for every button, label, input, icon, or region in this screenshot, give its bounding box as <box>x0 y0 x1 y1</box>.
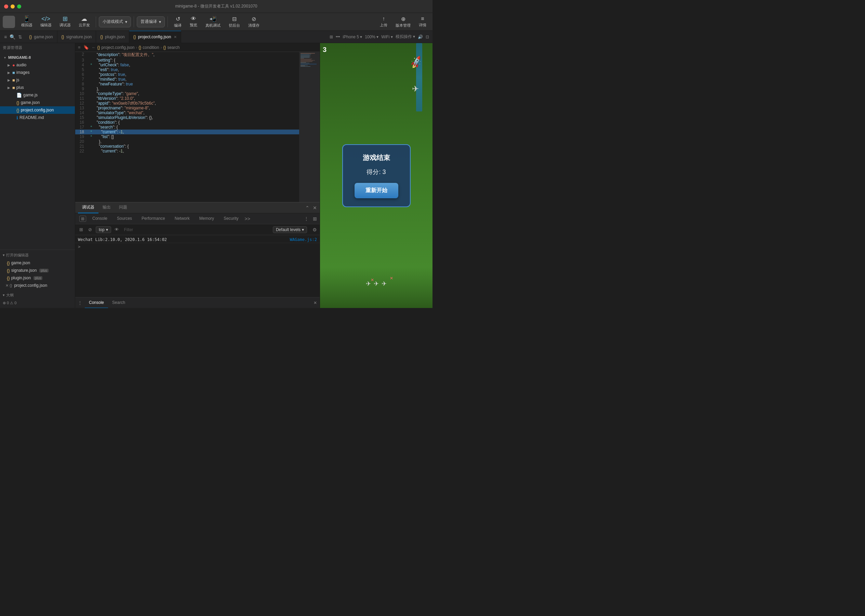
dropdown-arrow: ▾ <box>159 19 161 24</box>
editor-button[interactable]: </> 编辑器 <box>37 14 55 29</box>
tree-item-game-js[interactable]: 📄 game.js <box>0 91 75 99</box>
tree-project-root[interactable]: ▾ MINIGAME-8 <box>0 53 75 61</box>
bc-condition[interactable]: condition <box>143 45 159 50</box>
upload-icon: ↑ <box>382 16 385 22</box>
upload-button[interactable]: ↑ 上传 <box>376 15 391 29</box>
open-editor-project-config[interactable]: ✕ {} project.config.json <box>0 282 75 289</box>
inner-tab-network[interactable]: Network <box>170 213 195 224</box>
search-icon[interactable]: 🔍 <box>9 34 16 40</box>
compile-icon: ↺ <box>176 16 180 22</box>
clear-button[interactable]: ⊘ 清缓存 <box>245 15 263 29</box>
console-prompt-line: > <box>75 243 320 251</box>
restart-button[interactable]: 重新开始 <box>355 183 398 198</box>
debugger-button[interactable]: ⊞ 调试器 <box>56 14 74 29</box>
tree-item-plus[interactable]: ▶ ■ plus <box>0 84 75 91</box>
folder-icon: ● <box>12 63 15 68</box>
realtest-button[interactable]: 📲 真机调试 <box>202 15 224 29</box>
tree-item-readme[interactable]: ℹ README.md <box>0 114 75 121</box>
bottom-tab-console[interactable]: Console <box>85 297 108 308</box>
tab-label: plugin.json <box>105 35 124 39</box>
window-title: minigame-8 - 微信开发者工具 v1.02.2001070 <box>175 3 257 9</box>
sep1 <box>96 16 96 27</box>
outline-title[interactable]: ▾ 大纲 <box>0 291 75 299</box>
tab-project-config[interactable]: {} project.config.json ✕ <box>129 31 182 43</box>
code-editor-container: 2 "description": "项目配置文件。", 3 "setting":… <box>75 52 320 202</box>
tab-json-icon: {} <box>29 35 32 39</box>
preview-button[interactable]: 👁 预览 <box>186 15 201 29</box>
devtools-tab-debugger[interactable]: 调试器 <box>78 203 99 213</box>
open-editors-title[interactable]: ▾ 打开的编辑器 <box>0 251 75 259</box>
tab-plugin-json[interactable]: {} plugin.json <box>96 31 129 43</box>
more-tabs-icon[interactable]: >> <box>244 216 250 222</box>
close-button[interactable] <box>4 5 8 9</box>
bottom-tab-search[interactable]: Search <box>108 297 129 308</box>
close-panel-icon[interactable]: ✕ <box>313 205 317 211</box>
back-icon[interactable]: ← <box>92 45 96 50</box>
inner-tab-memory[interactable]: Memory <box>195 213 219 224</box>
inner-tab-performance[interactable]: Performance <box>137 213 170 224</box>
tree-item-js[interactable]: ▶ ■ js <box>0 76 75 84</box>
bc-search[interactable]: search <box>167 45 179 50</box>
file-label: README.md <box>19 115 44 120</box>
filter-input[interactable] <box>123 227 270 233</box>
inner-tab-security[interactable]: Security <box>219 213 243 224</box>
inner-tab-sources[interactable]: Sources <box>112 213 137 224</box>
sidebar: 资源管理器 ▾ MINIGAME-8 ▶ ● audio ▶ ■ images … <box>0 43 75 308</box>
simulator-button[interactable]: 📱 模拟器 <box>18 14 36 29</box>
bc-project-config[interactable]: project.config.json <box>102 45 135 50</box>
version-button[interactable]: ⊕ 版本管理 <box>392 15 414 29</box>
devtools-tab-output[interactable]: 输出 <box>99 203 115 213</box>
bottom-close-icon[interactable]: ✕ <box>313 300 317 305</box>
tab-more-icon[interactable]: ••• <box>336 35 340 39</box>
open-editor-game-json[interactable]: {} game.json <box>0 259 75 267</box>
tree-item-game-json[interactable]: {} game.json <box>0 99 75 106</box>
console-log-item: Wechat Lib:2.10.0, 2020.1.6 16:54:02 WAG… <box>75 237 320 243</box>
tree-item-project-config[interactable]: {} project.config.json <box>0 106 75 114</box>
console-gear-icon[interactable]: ⚙ <box>313 227 317 233</box>
sidebar-toggle-icon[interactable]: ≡ <box>4 34 7 40</box>
sort-icon[interactable]: ⇅ <box>18 34 22 40</box>
tab-signature-json[interactable]: {} signature.json <box>57 31 96 43</box>
code-editor[interactable]: 2 "description": "项目配置文件。", 3 "setting":… <box>75 52 299 202</box>
mode-dropdown[interactable]: 小游戏模式 ▾ <box>99 16 131 27</box>
maximize-button[interactable] <box>17 5 21 9</box>
file-label: game.json <box>11 261 30 265</box>
arrow-icon: ▶ <box>7 63 11 67</box>
compile-button[interactable]: ↺ 编译 <box>171 15 185 29</box>
dropdown-arrow: ▾ <box>302 227 304 232</box>
compile-dropdown[interactable]: 普通编译 ▾ <box>137 16 165 27</box>
devtools-dock-icon[interactable]: ⊞ <box>313 216 317 222</box>
tab-close-icon[interactable]: ✕ <box>174 35 177 39</box>
tree-item-images[interactable]: ▶ ■ images <box>0 69 75 76</box>
console-nav-btn[interactable]: ⊞ <box>78 227 84 233</box>
open-editor-plugin[interactable]: {} plugin.json plus <box>0 274 75 282</box>
minimize-button[interactable] <box>11 5 15 9</box>
inner-tabs-right: ⋮ ⊞ <box>304 216 317 222</box>
tab-game-json[interactable]: {} game.json <box>25 31 57 43</box>
realtest-icon: 📲 <box>209 16 216 22</box>
list-icon[interactable]: ≡ <box>78 45 81 50</box>
code-line: 16 "condition": { <box>75 120 299 125</box>
open-editor-signature[interactable]: {} signature.json plus <box>0 267 75 274</box>
file-icon: {} <box>7 275 10 281</box>
devtools-more-icon[interactable]: ⋮ <box>304 216 309 222</box>
eye-icon[interactable]: 👁 <box>114 227 120 233</box>
breadcrumb: ≡ 🔖 ← {} project.config.json › {} condit… <box>75 43 320 52</box>
top-frame-selector[interactable]: top ▾ <box>96 226 111 233</box>
sound-icon[interactable]: 🔊 <box>418 35 423 39</box>
title-bar: minigame-8 - 微信开发者工具 v1.02.2001070 <box>0 0 432 13</box>
bookmark-icon[interactable]: 🔖 <box>83 45 89 50</box>
minimap <box>299 52 320 202</box>
backend-button[interactable]: ⊟ 切后台 <box>225 15 244 29</box>
devtools-tab-issues[interactable]: 问题 <box>115 203 131 213</box>
clear-console-icon[interactable]: ⊘ <box>87 227 93 233</box>
expand-icon[interactable]: ⌃ <box>305 205 310 211</box>
fullscreen-icon[interactable]: ⊡ <box>426 35 429 39</box>
level-selector[interactable]: Default levels ▾ <box>273 226 307 233</box>
cloud-button[interactable]: ☁ 云开发 <box>75 14 93 29</box>
tree-item-audio[interactable]: ▶ ● audio <box>0 61 75 69</box>
detail-button[interactable]: ≡ 详情 <box>415 15 430 29</box>
bottom-bar-menu-icon[interactable]: ⋮ <box>78 300 82 305</box>
inner-tab-console[interactable]: Console <box>88 213 112 224</box>
split-editor-icon[interactable]: ⊞ <box>330 35 333 39</box>
